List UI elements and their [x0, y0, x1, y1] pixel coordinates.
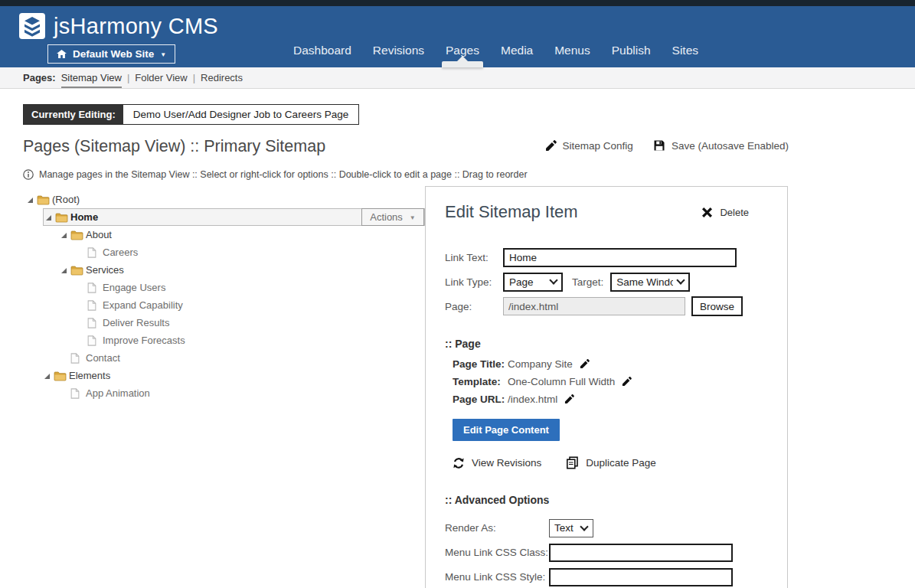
tree-node-label: App Animation — [86, 387, 150, 399]
home-icon — [57, 50, 67, 58]
info-text: Manage pages in the Sitemap View :: Sele… — [39, 169, 528, 180]
tree-node-engage-users[interactable]: Engage Users — [23, 279, 425, 296]
breadcrumb-link-redirects[interactable]: Redirects — [201, 72, 243, 83]
nav-item-dashboard[interactable]: Dashboard — [293, 44, 351, 57]
nav-item-media[interactable]: Media — [501, 44, 533, 57]
tree-node-services[interactable]: Services — [23, 261, 425, 279]
link-type-label: Link Type: — [445, 276, 503, 288]
edit-template-pencil-icon[interactable] — [622, 377, 632, 387]
view-revisions-label: View Revisions — [472, 457, 541, 469]
css-class-label: Menu Link CSS Class: — [445, 547, 549, 558]
link-type-select-wrap: Page — [503, 273, 563, 292]
nav-item-pages[interactable]: Pages — [446, 44, 479, 57]
link-text-input[interactable] — [503, 248, 737, 267]
nav-item-menus[interactable]: Menus — [554, 44, 590, 57]
actions-dropdown-button[interactable]: Actions▼ — [361, 208, 424, 226]
tree-node-label: Improve Forecasts — [103, 335, 185, 346]
render-as-select[interactable]: Text — [549, 519, 593, 537]
tree-expander-icon[interactable] — [43, 372, 54, 380]
delete-button[interactable]: Delete — [701, 207, 749, 218]
page-section-heading: :: Page — [445, 338, 769, 350]
target-select-wrap: Same Window — [610, 273, 690, 292]
duplicate-page-label: Duplicate Page — [586, 457, 656, 469]
edit-page-title-pencil-icon[interactable] — [580, 359, 590, 369]
nav-item-sites[interactable]: Sites — [672, 44, 698, 57]
link-text-label: Link Text: — [445, 252, 503, 263]
menu-link-css-style-input[interactable] — [549, 568, 733, 586]
nav-item-label: Publish — [612, 44, 651, 57]
chevron-down-icon: ▼ — [160, 51, 166, 58]
target-select[interactable]: Same Window — [610, 273, 690, 292]
duplicate-page-link[interactable]: Duplicate Page — [566, 456, 656, 469]
tree-node-home[interactable]: HomeActions▼ — [23, 208, 425, 226]
revisions-refresh-icon — [453, 457, 465, 469]
duplicate-pages-icon — [566, 456, 579, 469]
top-strip — [0, 0, 915, 6]
render-as-select-wrap: Text — [549, 519, 593, 537]
panel-title: Edit Sitemap Item — [445, 202, 578, 222]
folder-icon — [37, 194, 52, 205]
info-line: Manage pages in the Sitemap View :: Sele… — [23, 169, 915, 180]
target-label: Target: — [572, 276, 603, 288]
edit-page-content-button[interactable]: Edit Page Content — [453, 419, 560, 441]
actions-label: Actions — [370, 211, 403, 223]
main-nav: DashboardRevisionsPagesMediaMenusPublish… — [293, 44, 698, 57]
tree-node-improve-forecasts[interactable]: Improve Forecasts — [23, 332, 425, 349]
sitemap-tree: (Root)HomeActions▼AboutCareersServicesEn… — [23, 186, 425, 402]
currently-editing-value: Demo User/Add Designer Job to Careers Pa… — [123, 105, 358, 124]
breadcrumb: Pages: Sitemap View|Folder View|Redirect… — [0, 67, 915, 89]
folder-icon — [70, 230, 86, 240]
view-revisions-link[interactable]: View Revisions — [453, 456, 541, 469]
edit-sitemap-panel: Edit Sitemap Item Delete Link Text: Link… — [425, 186, 788, 588]
tree-node-label: Contact — [86, 352, 120, 364]
info-icon — [23, 169, 34, 180]
sitemap-config-button[interactable]: Sitemap Config — [545, 140, 633, 152]
tree-expander-icon[interactable] — [60, 231, 70, 239]
tree-node-elements[interactable]: Elements — [23, 367, 425, 384]
browse-button[interactable]: Browse — [691, 296, 743, 316]
chevron-down-icon: ▼ — [410, 214, 416, 221]
page-icon — [87, 247, 103, 258]
tree-node-label: Elements — [69, 370, 110, 381]
jsharmony-logo-icon — [19, 13, 45, 39]
nav-item-revisions[interactable]: Revisions — [373, 44, 424, 57]
page-path-input[interactable] — [503, 297, 685, 315]
folder-icon — [55, 212, 70, 223]
tree-node-label: Deliver Results — [103, 317, 169, 328]
tree-node-expand-capability[interactable]: Expand Capability — [23, 296, 425, 314]
pencil-icon — [545, 140, 557, 152]
page-icon — [87, 318, 103, 328]
page-icon — [87, 283, 103, 293]
nav-item-label: Pages — [446, 44, 479, 57]
folder-icon — [70, 265, 86, 276]
tree-expander-icon[interactable] — [60, 266, 70, 274]
tree-node-app-animation[interactable]: App Animation — [23, 384, 425, 402]
sitemap-config-label: Sitemap Config — [563, 140, 633, 152]
tree-node-label: Services — [86, 264, 124, 276]
delete-label: Delete — [720, 207, 749, 218]
site-selector-label: Default Web Site — [73, 48, 154, 60]
breadcrumb-link-folder-view[interactable]: Folder View — [135, 72, 187, 83]
tree-node-deliver-results[interactable]: Deliver Results — [23, 314, 425, 332]
edit-page-url-pencil-icon[interactable] — [564, 394, 574, 404]
nav-item-publish[interactable]: Publish — [612, 44, 651, 57]
tree-expander-icon[interactable] — [26, 196, 37, 204]
breadcrumb-prefix: Pages: — [23, 72, 56, 83]
menu-link-css-class-input[interactable] — [549, 544, 733, 562]
link-type-select[interactable]: Page — [503, 273, 563, 292]
tree-node-about[interactable]: About — [23, 226, 425, 243]
tree-node-careers[interactable]: Careers — [23, 243, 425, 261]
render-as-label: Render As: — [445, 522, 549, 534]
tree-expander-icon[interactable] — [44, 214, 55, 221]
brand[interactable]: jsHarmony CMS — [19, 13, 218, 39]
nav-item-label: Menus — [554, 44, 590, 57]
tree-node-label: (Root) — [52, 194, 80, 205]
site-selector-dropdown[interactable]: Default Web Site ▼ — [47, 44, 175, 64]
breadcrumb-link-sitemap-view[interactable]: Sitemap View — [61, 72, 122, 83]
tree-node--root-[interactable]: (Root) — [23, 191, 425, 208]
nav-item-label: Revisions — [373, 44, 424, 57]
tree-node-contact[interactable]: Contact — [23, 349, 425, 367]
save-button[interactable]: Save (Autosave Enabled) — [653, 139, 789, 152]
breadcrumb-separator: | — [193, 72, 195, 83]
css-style-label: Menu Link CSS Style: — [445, 571, 549, 583]
